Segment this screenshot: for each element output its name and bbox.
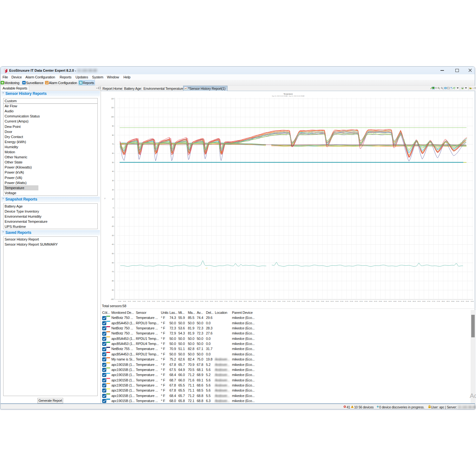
svg-text:05:00: 05:00 bbox=[398, 301, 402, 302]
svg-text:60: 60 bbox=[112, 153, 114, 154]
svg-text:09:20: 09:20 bbox=[461, 301, 465, 302]
svg-text:22:00: 22:00 bbox=[297, 301, 300, 302]
svg-text:17:00: 17:00 bbox=[224, 301, 228, 302]
svg-text:17:20: 17:20 bbox=[229, 301, 233, 302]
svg-text:05:40: 05:40 bbox=[408, 301, 411, 302]
svg-text:40: 40 bbox=[112, 171, 114, 172]
svg-text:10: 10 bbox=[112, 198, 114, 200]
svg-text:14:00: 14:00 bbox=[181, 301, 184, 302]
svg-text:02:40: 02:40 bbox=[364, 301, 368, 302]
svg-text:-60: -60 bbox=[111, 262, 114, 264]
svg-text:10:00: 10:00 bbox=[471, 301, 474, 302]
svg-text:13:40: 13:40 bbox=[176, 301, 180, 302]
svg-text:01:00: 01:00 bbox=[340, 301, 344, 302]
svg-text:21:20: 21:20 bbox=[287, 301, 291, 302]
svg-text:-100: -100 bbox=[111, 299, 114, 300]
svg-text:11:40: 11:40 bbox=[147, 301, 150, 302]
svg-text:14:40: 14:40 bbox=[190, 301, 194, 302]
svg-text:19:20: 19:20 bbox=[258, 301, 261, 302]
svg-text:13:00: 13:00 bbox=[166, 301, 170, 302]
svg-text:70: 70 bbox=[112, 143, 114, 145]
svg-text:30: 30 bbox=[112, 180, 114, 182]
svg-text:100: 100 bbox=[111, 116, 114, 118]
svg-text:-30: -30 bbox=[111, 235, 114, 236]
svg-text:23:40: 23:40 bbox=[321, 301, 324, 302]
svg-text:23:20: 23:20 bbox=[316, 301, 320, 302]
svg-text:02:00: 02:00 bbox=[355, 301, 358, 302]
svg-text:09:00: 09:00 bbox=[456, 301, 459, 302]
svg-text:06:20: 06:20 bbox=[418, 301, 421, 302]
svg-text:22:20: 22:20 bbox=[301, 301, 305, 302]
svg-text:15:00: 15:00 bbox=[195, 301, 199, 302]
svg-text:120: 120 bbox=[111, 98, 114, 100]
svg-text:15:20: 15:20 bbox=[200, 301, 204, 302]
svg-text:12:20: 12:20 bbox=[157, 301, 160, 302]
svg-text:08:00: 08:00 bbox=[442, 301, 445, 302]
svg-text:04:40: 04:40 bbox=[393, 301, 397, 302]
svg-text:16:20: 16:20 bbox=[215, 301, 218, 302]
svg-text:19:40: 19:40 bbox=[263, 301, 267, 302]
svg-text:-20: -20 bbox=[111, 226, 114, 227]
svg-text:17:40: 17:40 bbox=[234, 301, 237, 302]
svg-text:-70: -70 bbox=[111, 271, 114, 273]
svg-text:-40: -40 bbox=[111, 244, 114, 245]
svg-text:07:00: 07:00 bbox=[427, 301, 431, 302]
svg-text:-90: -90 bbox=[111, 289, 114, 291]
svg-text:05:20: 05:20 bbox=[403, 301, 407, 302]
svg-text:-50: -50 bbox=[111, 253, 114, 255]
svg-text:0: 0 bbox=[113, 207, 114, 209]
svg-text:12:40: 12:40 bbox=[162, 301, 165, 302]
svg-text:18:20: 18:20 bbox=[244, 301, 247, 302]
svg-text:03:20: 03:20 bbox=[374, 301, 378, 302]
svg-text:07:20: 07:20 bbox=[432, 301, 435, 302]
svg-text:07:40: 07:40 bbox=[437, 301, 440, 302]
svg-text:-10: -10 bbox=[111, 216, 114, 218]
svg-text:19:00: 19:00 bbox=[253, 301, 257, 302]
svg-text:04:00: 04:00 bbox=[384, 301, 387, 302]
svg-text:02:20: 02:20 bbox=[360, 301, 363, 302]
svg-text:09:40: 09:40 bbox=[118, 301, 122, 302]
svg-text:01:40: 01:40 bbox=[350, 301, 353, 302]
svg-text:°F: °F bbox=[104, 198, 106, 199]
svg-text:03:40: 03:40 bbox=[379, 301, 382, 302]
svg-text:08:40: 08:40 bbox=[451, 301, 455, 302]
svg-text:00:00: 00:00 bbox=[326, 301, 329, 302]
svg-text:23:00: 23:00 bbox=[311, 301, 315, 302]
svg-text:03:00: 03:00 bbox=[369, 301, 373, 302]
svg-text:00:20: 00:20 bbox=[331, 301, 334, 302]
svg-text:Sep 10, 2024 10:02:28 AM - Sep: Sep 10, 2024 10:02:28 AM - Sep 11, 2024 … bbox=[272, 95, 305, 97]
svg-text:04:20: 04:20 bbox=[388, 301, 392, 302]
svg-text:01:20: 01:20 bbox=[345, 301, 348, 302]
svg-text:50: 50 bbox=[112, 162, 114, 163]
svg-text:12:00: 12:00 bbox=[152, 301, 155, 302]
svg-text:09:40: 09:40 bbox=[466, 301, 469, 302]
svg-text:18:40: 18:40 bbox=[248, 301, 252, 302]
svg-text:06:40: 06:40 bbox=[422, 301, 426, 302]
svg-text:14:20: 14:20 bbox=[186, 301, 189, 302]
svg-text:20:00: 20:00 bbox=[268, 301, 271, 302]
svg-text:110: 110 bbox=[111, 107, 114, 109]
svg-text:10:00: 10:00 bbox=[123, 301, 126, 302]
svg-text:13:20: 13:20 bbox=[171, 301, 175, 302]
svg-text:90: 90 bbox=[112, 125, 114, 127]
svg-text:11:20: 11:20 bbox=[142, 301, 145, 302]
svg-text:20:20: 20:20 bbox=[273, 301, 276, 302]
svg-text:-80: -80 bbox=[111, 280, 114, 282]
svg-text:16:40: 16:40 bbox=[220, 301, 223, 302]
svg-text:Temperature: Temperature bbox=[283, 93, 293, 95]
svg-text:11:00: 11:00 bbox=[137, 301, 141, 302]
svg-text:15:40: 15:40 bbox=[205, 301, 208, 302]
svg-text:06:00: 06:00 bbox=[413, 301, 416, 302]
svg-text:22:40: 22:40 bbox=[306, 301, 310, 302]
svg-text:16:00: 16:00 bbox=[210, 301, 213, 302]
svg-text:80: 80 bbox=[112, 135, 114, 136]
svg-text:08:20: 08:20 bbox=[446, 301, 450, 302]
svg-text:21:00: 21:00 bbox=[282, 301, 286, 302]
svg-text:00:40: 00:40 bbox=[335, 301, 339, 302]
svg-text:18:00: 18:00 bbox=[239, 301, 242, 302]
svg-text:20: 20 bbox=[112, 189, 114, 191]
svg-text:20:40: 20:40 bbox=[277, 301, 281, 302]
svg-text:10:20: 10:20 bbox=[128, 301, 131, 302]
svg-text:21:40: 21:40 bbox=[292, 301, 295, 302]
svg-text:10:40: 10:40 bbox=[133, 301, 136, 302]
